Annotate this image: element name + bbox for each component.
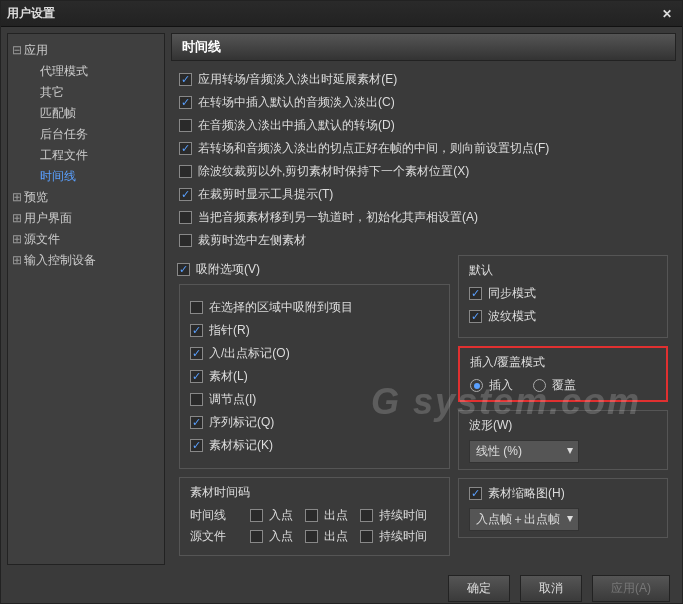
cb-snap[interactable] <box>177 263 190 276</box>
apply-button[interactable]: 应用(A) <box>592 575 670 602</box>
timecode-group: 素材时间码 时间线 入点 出点 持续时间 源文件 入点 出点 <box>179 477 450 556</box>
tree-item-app[interactable]: ⊟应用 <box>12 40 160 61</box>
tree-item-source[interactable]: ⊞源文件 <box>12 229 160 250</box>
tree-item-ui[interactable]: ⊞用户界面 <box>12 208 160 229</box>
radio-insert[interactable] <box>470 379 483 392</box>
nav-tree: ⊟应用 代理模式 其它 匹配帧 后台任务 工程文件 时间线 ⊞预览 ⊞用户界面 … <box>7 33 165 565</box>
section-title: 时间线 <box>171 33 676 61</box>
cb-tc-tl-out[interactable] <box>305 509 318 522</box>
cb-tooltip[interactable] <box>179 188 192 201</box>
cb-sync[interactable] <box>469 287 482 300</box>
tree-item-other[interactable]: 其它 <box>12 82 160 103</box>
tree-item-project[interactable]: 工程文件 <box>12 145 160 166</box>
mode-group: 插入/覆盖模式 插入 覆盖 <box>458 346 668 402</box>
tree-item-timeline[interactable]: 时间线 <box>12 166 160 187</box>
window-title: 用户设置 <box>7 5 55 22</box>
tree-item-match[interactable]: 匹配帧 <box>12 103 160 124</box>
tree-item-proxy[interactable]: 代理模式 <box>12 61 160 82</box>
thumb-select[interactable]: 入点帧＋出点帧 <box>469 508 579 531</box>
snap-group: 在选择的区域中吸附到项目 指针(R) 入/出点标记(O) 素材(L) 调节点(I… <box>179 284 450 469</box>
ok-button[interactable]: 确定 <box>448 575 510 602</box>
tree-item-preview[interactable]: ⊞预览 <box>12 187 160 208</box>
cb-tc-src-in[interactable] <box>250 530 263 543</box>
cb-ripple-mode[interactable] <box>469 310 482 323</box>
titlebar: 用户设置 ✕ <box>1 1 682 27</box>
cb-tc-src-dur[interactable] <box>360 530 373 543</box>
defaults-group: 默认 同步模式 波纹模式 <box>458 255 668 338</box>
cb-snap-region[interactable] <box>190 301 203 314</box>
cb-select-left[interactable] <box>179 234 192 247</box>
cb-ripple[interactable] <box>179 165 192 178</box>
cb-default-audio[interactable] <box>179 96 192 109</box>
waveform-group: 波形(W) 线性 (%) <box>458 410 668 470</box>
radio-overwrite[interactable] <box>533 379 546 392</box>
cb-snap-inout[interactable] <box>190 347 203 360</box>
thumb-group: 素材缩略图(H) 入点帧＋出点帧 <box>458 478 668 538</box>
cb-snap-pointer[interactable] <box>190 324 203 337</box>
cb-snap-adjust[interactable] <box>190 393 203 406</box>
cb-tc-src-out[interactable] <box>305 530 318 543</box>
cb-snap-seqmark[interactable] <box>190 416 203 429</box>
cb-init-pan[interactable] <box>179 211 192 224</box>
tree-item-bgtask[interactable]: 后台任务 <box>12 124 160 145</box>
cb-tc-tl-dur[interactable] <box>360 509 373 522</box>
cb-extend[interactable] <box>179 73 192 86</box>
cb-snap-clipmark[interactable] <box>190 439 203 452</box>
close-icon[interactable]: ✕ <box>658 7 676 21</box>
tree-item-input[interactable]: ⊞输入控制设备 <box>12 250 160 271</box>
cb-tc-tl-in[interactable] <box>250 509 263 522</box>
cb-default-trans[interactable] <box>179 119 192 132</box>
cb-cutpoint[interactable] <box>179 142 192 155</box>
footer: 确定 取消 应用(A) <box>1 571 682 604</box>
cb-thumb[interactable] <box>469 487 482 500</box>
cb-snap-clip[interactable] <box>190 370 203 383</box>
cancel-button[interactable]: 取消 <box>520 575 582 602</box>
waveform-select[interactable]: 线性 (%) <box>469 440 579 463</box>
